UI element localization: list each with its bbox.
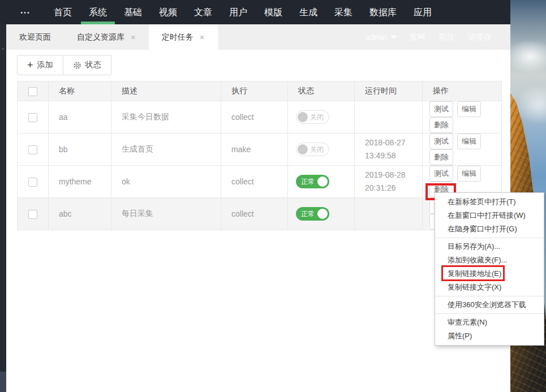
nav-item-system[interactable]: 系统	[80, 0, 115, 24]
screen: ••• 首页系统基础视频文章用户模版生成采集数据库应用 ‹ 欢迎页面自定义资源库…	[0, 0, 546, 392]
tab-label: 自定义资源库	[77, 32, 124, 42]
nav-item-database[interactable]: 数据库	[361, 0, 405, 24]
runtime-date: 2019-08-28	[365, 169, 422, 182]
row-checkbox-cell	[18, 101, 49, 133]
nav-item-generate[interactable]: 生成	[291, 0, 326, 24]
tab-label: 定时任务	[162, 32, 194, 42]
row-checkbox[interactable]	[28, 145, 37, 154]
runtime-clock: 13:49:58	[365, 149, 422, 162]
nav-item-app[interactable]: 应用	[405, 0, 440, 24]
column-header-runtime: 运行时间	[355, 81, 423, 101]
row-checkbox-cell	[18, 198, 49, 230]
toggle-knob	[298, 144, 308, 154]
table-row: mythemeokcollect正常2019-08-2820:31:26测试编辑…	[18, 166, 502, 198]
edit-button[interactable]: 编辑	[457, 166, 481, 182]
toggle-knob	[317, 209, 328, 219]
cell-actions: 测试编辑删除	[423, 133, 502, 166]
add-button-label: 添加	[37, 60, 53, 70]
user-menu[interactable]: admin	[366, 33, 397, 42]
test-button[interactable]: 测试	[429, 101, 453, 117]
nav-item-home[interactable]: 首页	[45, 0, 80, 24]
context-menu: 在新标签页中打开(T)在新窗口中打开链接(W)在隐身窗口中打开(G)目标另存为(…	[435, 192, 544, 346]
row-checkbox-cell	[18, 133, 49, 166]
select-all-checkbox[interactable]	[28, 87, 37, 96]
row-checkbox-cell	[18, 166, 49, 198]
more-menu-icon[interactable]: •••	[16, 0, 35, 24]
toggle-knob	[317, 176, 328, 187]
table-row: bb生成首页make关闭2018-08-2713:49:58测试编辑删除	[18, 133, 502, 166]
table-row: aa采集今日数据collect关闭测试编辑删除	[18, 101, 502, 133]
cell-runtime	[355, 101, 423, 133]
table-row: abc每日采集collect正常测试编辑删除	[18, 198, 502, 230]
row-checkbox[interactable]	[28, 113, 37, 122]
edit-button[interactable]: 编辑	[457, 133, 481, 149]
nav-item-video[interactable]: 视频	[151, 0, 186, 24]
menu-item-add-to-favorites[interactable]: 添加到收藏夹(F)...	[435, 253, 544, 267]
user-name: admin	[366, 33, 387, 42]
cell-desc: 采集今日数据	[111, 101, 221, 133]
cell-status: 关闭	[288, 101, 355, 133]
tab-scheduled-task[interactable]: 定时任务×	[149, 24, 218, 50]
menu-item-download-with-360[interactable]: 使用360安全浏览器下载	[435, 298, 544, 312]
toggle-label: 关闭	[310, 113, 324, 122]
status-toggle[interactable]: 关闭	[296, 143, 329, 156]
row-checkbox[interactable]	[28, 210, 37, 219]
cell-runtime: 2019-08-2820:31:26	[355, 166, 423, 198]
tab-label: 欢迎页面	[19, 32, 51, 42]
delete-button[interactable]: 删除	[429, 117, 453, 133]
nav-item-collect[interactable]: 采集	[326, 0, 361, 24]
test-button[interactable]: 测试	[429, 133, 453, 149]
header-link-clear-cache[interactable]: 清缓存	[467, 32, 491, 42]
column-header-desc: 描述	[111, 81, 221, 101]
status-toggle[interactable]: 关闭	[296, 110, 329, 124]
toggle-label: 正常	[301, 209, 315, 219]
runtime-clock: 20:31:26	[365, 182, 422, 195]
cell-exec: collect	[221, 101, 288, 133]
status-toggle[interactable]: 正常	[296, 175, 329, 188]
header-link-front[interactable]: 前台	[438, 32, 454, 42]
menu-item-copy-link-text[interactable]: 复制链接文字(X)	[435, 281, 544, 294]
menu-item-open-new-window[interactable]: 在新窗口中打开链接(W)	[435, 209, 544, 222]
cell-exec: collect	[221, 166, 288, 198]
header-checkbox-cell	[18, 81, 49, 101]
test-button[interactable]: 测试	[429, 166, 453, 182]
tab-close-icon[interactable]: ×	[200, 33, 205, 41]
plus-icon: +	[27, 60, 33, 70]
column-header-name: 名称	[49, 81, 111, 101]
menu-item-open-incognito[interactable]: 在隐身窗口中打开(G)	[435, 222, 544, 236]
menu-item-open-new-tab[interactable]: 在新标签页中打开(T)	[435, 195, 544, 209]
tab-welcome[interactable]: 欢迎页面	[6, 24, 64, 50]
collapsed-sidebar: ‹	[0, 24, 6, 392]
tab-bar: 欢迎页面自定义资源库×定时任务× admin 官网前台清缓存	[6, 24, 510, 50]
tab-custom-resource[interactable]: 自定义资源库×	[64, 24, 149, 50]
cell-status: 正常	[288, 166, 355, 198]
add-button[interactable]: + 添加	[17, 55, 63, 75]
menu-item-save-target-as[interactable]: 目标另存为(A)...	[435, 240, 544, 253]
status-button[interactable]: 状态	[63, 55, 111, 75]
delete-button[interactable]: 删除	[429, 149, 453, 165]
nav-item-template[interactable]: 模版	[256, 0, 291, 24]
header-link-site[interactable]: 官网	[410, 32, 425, 42]
cell-runtime	[355, 198, 423, 230]
cell-desc: 每日采集	[111, 198, 221, 230]
toolbar: + 添加 状态	[17, 55, 510, 75]
menu-separator	[435, 313, 544, 314]
nav-item-user[interactable]: 用户	[221, 0, 256, 24]
row-checkbox[interactable]	[28, 178, 37, 187]
status-toggle[interactable]: 正常	[296, 207, 329, 221]
nav-item-basic[interactable]: 基础	[115, 0, 151, 24]
cell-desc: ok	[111, 166, 221, 198]
menu-item-properties[interactable]: 属性(P)	[435, 329, 544, 343]
column-header-actions: 操作	[423, 81, 502, 101]
nav-item-article[interactable]: 文章	[186, 0, 221, 24]
menu-item-inspect-element[interactable]: 审查元素(N)	[435, 316, 544, 329]
cell-desc: 生成首页	[111, 133, 221, 166]
cell-name: abc	[49, 198, 111, 230]
tab-close-icon[interactable]: ×	[131, 33, 136, 41]
cell-exec: collect	[221, 198, 288, 230]
chevron-down-icon	[391, 36, 397, 39]
sidebar-collapse-icon[interactable]: ‹	[0, 46, 6, 51]
edit-button[interactable]: 编辑	[457, 101, 481, 117]
menu-item-copy-link-address[interactable]: 复制链接地址(E)	[435, 267, 544, 281]
task-table: 名称描述执行状态运行时间操作 aa采集今日数据collect关闭测试编辑删除bb…	[17, 81, 502, 230]
